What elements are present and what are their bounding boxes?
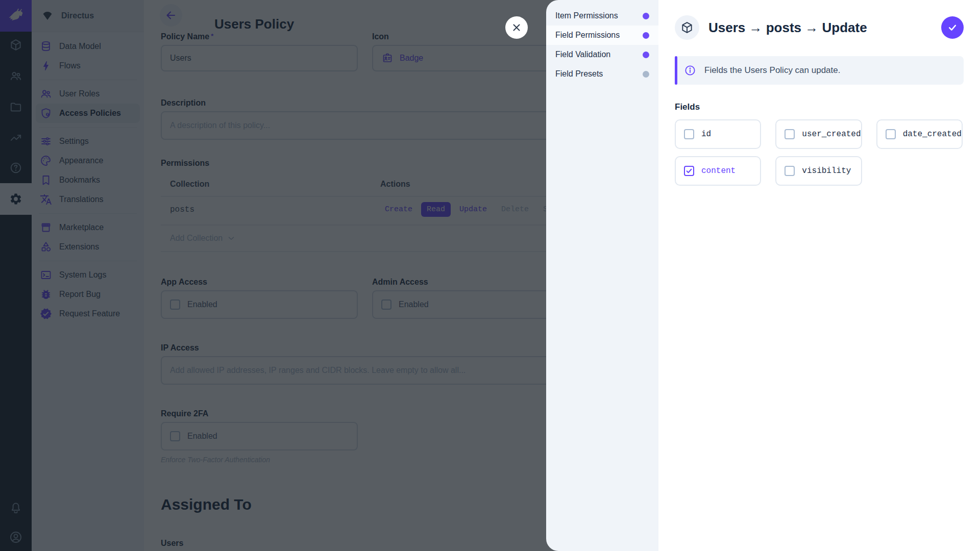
drawer-tab-field-presets[interactable]: Field Presets <box>546 64 658 84</box>
save-button[interactable] <box>941 16 964 39</box>
permissions-drawer: Item Permissions Field Permissions Field… <box>546 0 980 551</box>
info-notice: Fields the Users Policy can update. <box>675 56 964 85</box>
checkbox <box>785 129 795 139</box>
checkbox <box>886 129 896 139</box>
status-dot <box>643 13 649 19</box>
app-screen: Directus Data Model Flows User Roles Acc… <box>0 0 980 551</box>
status-dot <box>643 32 649 39</box>
drawer-title: Users → posts → Update <box>708 20 867 36</box>
fields-heading: Fields <box>675 102 700 112</box>
collection-badge <box>675 15 699 40</box>
drawer-tab-item-permissions[interactable]: Item Permissions <box>546 6 658 26</box>
checkbox <box>785 166 795 176</box>
status-dot <box>643 71 649 78</box>
notice-text: Fields the Users Policy can update. <box>704 65 840 76</box>
drawer-tab-field-permissions[interactable]: Field Permissions <box>546 26 658 45</box>
field-checkbox-date-created[interactable]: date_created <box>876 119 963 149</box>
close-drawer-button[interactable] <box>505 16 528 39</box>
close-icon <box>511 22 522 33</box>
checkbox <box>684 129 694 139</box>
cube-icon <box>680 21 694 34</box>
drawer-nav: Item Permissions Field Permissions Field… <box>546 0 658 551</box>
drawer-tab-field-validation[interactable]: Field Validation <box>546 45 658 64</box>
drawer-content: Users → posts → Update Fields the Users … <box>658 0 980 551</box>
field-checkbox-visibility[interactable]: visibility <box>775 156 862 186</box>
status-dot <box>643 52 649 58</box>
drawer-header: Users → posts → Update <box>675 15 964 40</box>
fields-grid: id user_created date_created content vis… <box>675 119 963 186</box>
checkbox-checked <box>684 166 694 176</box>
notice-accent-bar <box>675 56 677 85</box>
info-icon <box>684 64 696 77</box>
check-icon <box>947 22 958 33</box>
field-checkbox-user-created[interactable]: user_created <box>775 119 862 149</box>
field-checkbox-content[interactable]: content <box>675 156 761 186</box>
field-checkbox-id[interactable]: id <box>675 119 761 149</box>
